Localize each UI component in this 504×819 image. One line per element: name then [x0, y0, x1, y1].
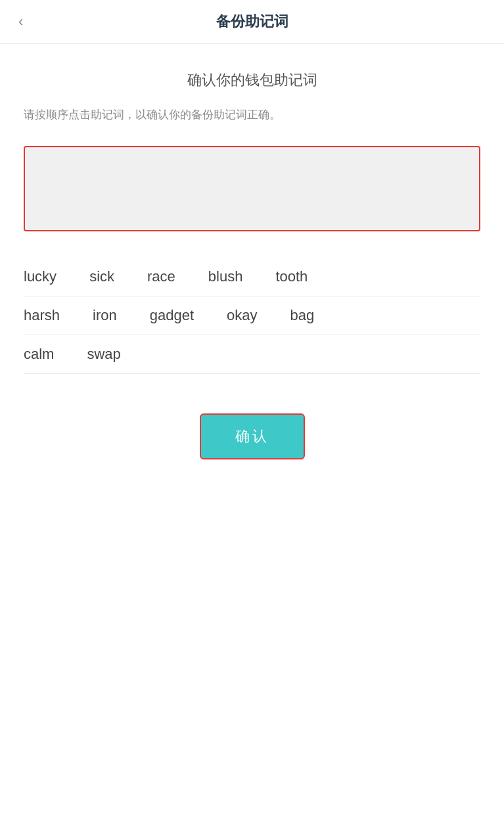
- word-chip-tooth[interactable]: tooth: [275, 264, 308, 289]
- section-title: 确认你的钱包助记词: [24, 70, 480, 90]
- word-chip-sick[interactable]: sick: [89, 264, 114, 289]
- instruction-text: 请按顺序点击助记词，以确认你的备份助记词正确。: [24, 106, 480, 125]
- word-chip-okay[interactable]: okay: [227, 303, 257, 328]
- word-row-2: harsh iron gadget okay bag: [24, 296, 480, 335]
- header: ‹ 备份助记词: [0, 0, 504, 44]
- word-chip-blush[interactable]: blush: [208, 264, 243, 289]
- word-row-1: lucky sick race blush tooth: [24, 258, 480, 296]
- word-chip-calm[interactable]: calm: [24, 342, 54, 367]
- word-chip-swap[interactable]: swap: [87, 342, 120, 367]
- word-chip-harsh[interactable]: harsh: [24, 303, 60, 328]
- confirm-button[interactable]: 确认: [200, 413, 305, 459]
- word-chip-iron[interactable]: iron: [93, 303, 117, 328]
- main-content: 确认你的钱包助记词 请按顺序点击助记词，以确认你的备份助记词正确。 lucky …: [0, 44, 504, 819]
- selected-words-area: [24, 146, 480, 231]
- back-button[interactable]: ‹: [13, 11, 28, 33]
- word-grid: lucky sick race blush tooth harsh iron g…: [24, 258, 480, 374]
- word-row-3: calm swap: [24, 335, 480, 374]
- confirm-area: 确认: [24, 413, 480, 459]
- word-chip-bag[interactable]: bag: [290, 303, 315, 328]
- header-title: 备份助记词: [216, 12, 288, 32]
- word-chip-lucky[interactable]: lucky: [24, 264, 57, 289]
- word-chip-gadget[interactable]: gadget: [150, 303, 194, 328]
- word-chip-race[interactable]: race: [147, 264, 175, 289]
